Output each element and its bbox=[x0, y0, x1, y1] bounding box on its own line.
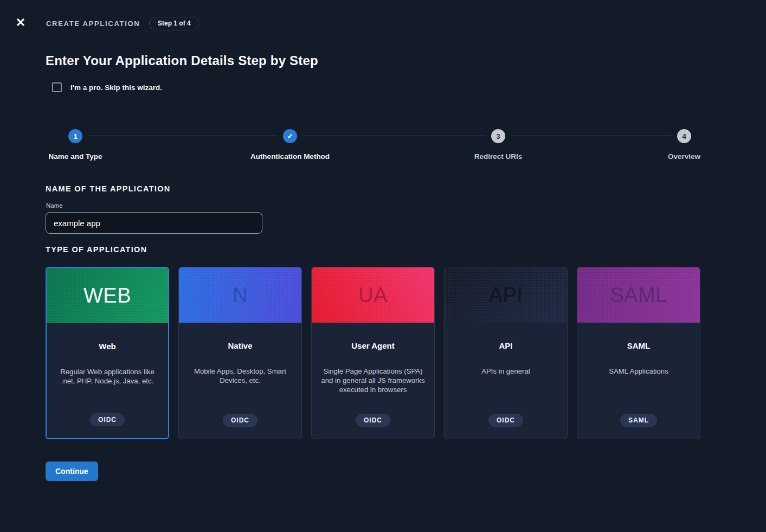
card-user-agent-letter: UA bbox=[358, 284, 388, 307]
card-native-protocol-badge: OIDC bbox=[223, 414, 258, 427]
card-web-letter: WEB bbox=[83, 284, 131, 307]
wizard-stepper: 1 ✓ 3 4 Name and Type Authentication Met… bbox=[46, 129, 701, 164]
stepper-connector bbox=[302, 136, 486, 136]
card-user-agent[interactable]: UA User Agent Single Page Applications (… bbox=[311, 267, 435, 439]
card-web[interactable]: WEB Web Regular Web applications like .n… bbox=[46, 267, 169, 439]
card-api-title: API bbox=[499, 341, 512, 350]
application-name-input[interactable] bbox=[46, 212, 262, 234]
card-user-agent-title: User Agent bbox=[351, 341, 394, 350]
stepper-connector bbox=[511, 136, 672, 136]
card-native-description: Mobile Apps, Desktop, Smart Devices, etc… bbox=[186, 367, 294, 386]
step-circle-name-and-type[interactable]: 1 bbox=[68, 129, 82, 143]
card-saml-description: SAML Applications bbox=[609, 367, 668, 376]
step-circle-overview[interactable]: 4 bbox=[677, 129, 691, 143]
card-user-agent-description: Single Page Applications (SPA) and in ge… bbox=[319, 367, 427, 394]
continue-button[interactable]: Continue bbox=[46, 462, 98, 481]
step-circle-redirect-uris[interactable]: 3 bbox=[491, 129, 505, 143]
wizard-title: CREATE APPLICATION bbox=[46, 20, 140, 28]
card-native-title: Native bbox=[228, 341, 252, 350]
card-api-description: APIs in general bbox=[481, 367, 530, 376]
card-api-header: API bbox=[445, 267, 567, 323]
application-type-cards: WEB Web Regular Web applications like .n… bbox=[46, 267, 700, 439]
name-field-label: Name bbox=[46, 202, 63, 209]
card-web-description: Regular Web applications like .net, PHP,… bbox=[54, 368, 160, 386]
card-api[interactable]: API API APIs in general OIDC bbox=[444, 267, 568, 439]
step-label-name-and-type: Name and Type bbox=[49, 152, 102, 161]
card-native[interactable]: N Native Mobile Apps, Desktop, Smart Dev… bbox=[178, 267, 302, 439]
card-web-header: WEB bbox=[47, 268, 168, 323]
step-count-badge: Step 1 of 4 bbox=[149, 17, 199, 30]
skip-wizard-checkbox[interactable] bbox=[52, 82, 62, 92]
card-native-header: N bbox=[179, 267, 301, 323]
card-native-letter: N bbox=[233, 284, 248, 307]
card-api-letter: API bbox=[489, 284, 523, 307]
card-saml-header: SAML bbox=[577, 267, 700, 323]
page-title: Enter Your Application Details Step by S… bbox=[46, 53, 318, 68]
card-saml[interactable]: SAML SAML SAML Applications SAML bbox=[577, 267, 700, 439]
card-user-agent-header: UA bbox=[312, 267, 434, 323]
step-label-authentication-method: Authentication Method bbox=[250, 152, 330, 161]
skip-wizard-row[interactable]: I'm a pro. Skip this wizard. bbox=[52, 82, 162, 92]
card-api-protocol-badge: OIDC bbox=[488, 414, 523, 427]
step-label-redirect-uris: Redirect URIs bbox=[474, 152, 523, 161]
card-saml-letter: SAML bbox=[610, 284, 667, 307]
card-web-title: Web bbox=[99, 342, 115, 351]
type-section-title: TYPE OF APPLICATION bbox=[46, 245, 147, 254]
close-icon[interactable]: ✕ bbox=[14, 16, 28, 30]
skip-wizard-label: I'm a pro. Skip this wizard. bbox=[70, 84, 162, 92]
step-circle-authentication-method[interactable]: ✓ bbox=[283, 129, 297, 143]
card-web-protocol-badge: OIDC bbox=[90, 413, 125, 426]
stepper-connector bbox=[88, 136, 278, 136]
step-label-overview: Overview bbox=[668, 152, 700, 161]
card-saml-protocol-badge: SAML bbox=[620, 414, 657, 427]
name-section-title: NAME OF THE APPLICATION bbox=[46, 184, 170, 193]
card-user-agent-protocol-badge: OIDC bbox=[356, 414, 390, 427]
card-saml-title: SAML bbox=[627, 341, 651, 350]
